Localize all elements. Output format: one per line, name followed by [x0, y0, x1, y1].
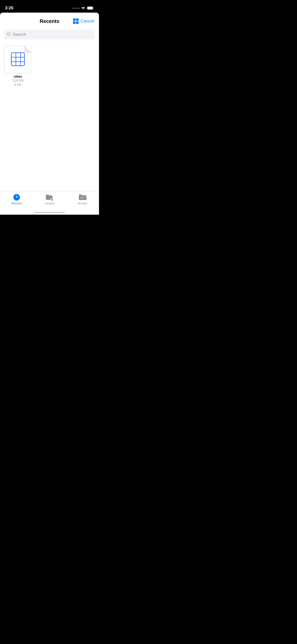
browse-icon	[79, 194, 86, 201]
status-time: 3:26	[5, 6, 13, 11]
page-title: Recents	[25, 18, 74, 24]
home-indicator	[0, 212, 99, 215]
status-icons	[72, 6, 94, 10]
svg-point-17	[51, 199, 53, 201]
app-container: Recents Cancel Search	[0, 13, 99, 215]
tab-shared-label: Shared	[45, 202, 54, 205]
search-icon	[7, 33, 11, 37]
content-area: cities 3:26 PM 8 KB	[0, 42, 99, 191]
tab-browse[interactable]: Browse	[74, 194, 91, 205]
svg-rect-14	[46, 195, 49, 196]
spreadsheet-icon	[11, 52, 25, 66]
nav-bar: Recents Cancel	[0, 13, 99, 28]
status-bar: 3:26	[0, 0, 99, 13]
file-time: 3:26 PM	[12, 79, 24, 82]
file-name: cities	[14, 75, 22, 78]
grid-view-button[interactable]	[73, 17, 79, 26]
tab-shared[interactable]: Shared	[41, 194, 58, 205]
svg-rect-5	[11, 53, 24, 66]
cancel-button[interactable]: Cancel	[81, 19, 94, 24]
signal-icon	[72, 8, 80, 9]
file-icon-container	[4, 45, 32, 73]
tab-recents-label: Recents	[11, 202, 21, 205]
svg-rect-1	[87, 7, 93, 10]
svg-line-3	[10, 35, 10, 36]
shared-icon	[46, 194, 53, 201]
svg-point-16	[51, 198, 53, 199]
search-placeholder-text: Search	[13, 32, 26, 37]
svg-rect-19	[79, 195, 82, 196]
file-grid: cities 3:26 PM 8 KB	[4, 45, 95, 86]
battery-icon	[87, 6, 94, 10]
file-size: 8 KB	[15, 83, 21, 86]
search-bar[interactable]: Search	[4, 30, 95, 39]
recents-icon	[13, 194, 20, 201]
grid-icon	[73, 18, 79, 24]
tab-recents[interactable]: Recents	[8, 194, 25, 205]
search-bar-container: Search	[0, 28, 99, 42]
tab-bar: Recents Shared	[0, 191, 99, 212]
wifi-icon	[81, 7, 85, 10]
tab-browse-label: Browse	[78, 202, 87, 205]
file-item-cities[interactable]: cities 3:26 PM 8 KB	[4, 45, 32, 86]
home-bar	[35, 212, 65, 213]
